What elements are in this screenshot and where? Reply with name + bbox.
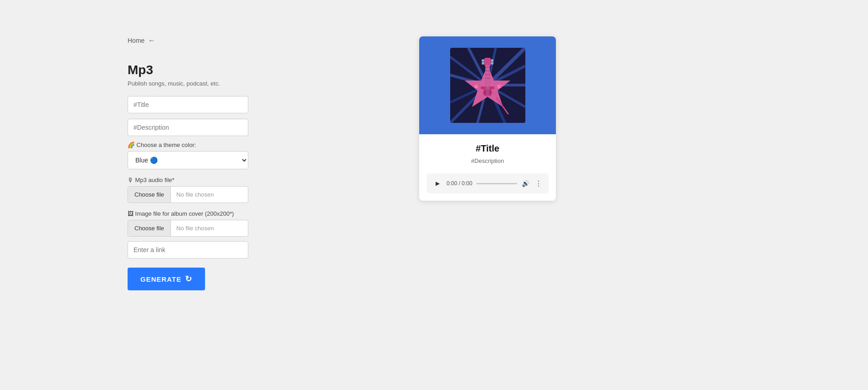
play-button[interactable]: ▶: [432, 178, 443, 189]
mp3-choose-button[interactable]: Choose file: [128, 187, 171, 203]
image-label: 🖼 Image file for album cover (200x200*): [128, 210, 392, 217]
volume-button[interactable]: 🔊: [521, 180, 530, 187]
title-group: [128, 96, 392, 113]
mp3-no-file-label: No file chosen: [171, 187, 248, 203]
preview-banner: [419, 36, 556, 134]
theme-select[interactable]: Blue 🔵: [128, 151, 248, 169]
link-input[interactable]: [128, 241, 248, 258]
title-input[interactable]: [128, 96, 248, 113]
image-no-file-label: No file chosen: [171, 220, 248, 236]
more-icon: ⋮: [535, 180, 542, 187]
page-title: Mp3: [128, 63, 392, 77]
theme-label: 🌈 Choose a theme color:: [128, 142, 392, 148]
time-display: 0:00 / 0:00: [447, 180, 473, 187]
left-panel: Home ← Mp3 Publish songs, music, podcast…: [128, 36, 392, 290]
breadcrumb-home[interactable]: Home: [128, 37, 144, 44]
generate-label: GENERATE: [140, 275, 181, 283]
preview-description: #Description: [426, 157, 549, 164]
preview-content: #Title #Description ▶ 0:00 / 0:00 🔊 ⋮: [419, 134, 556, 201]
progress-bar[interactable]: [476, 183, 517, 184]
mp3-file-input-wrapper: Choose file No file chosen: [128, 186, 248, 203]
breadcrumb: Home ←: [128, 36, 392, 45]
volume-icon: 🔊: [522, 180, 529, 187]
preview-title: #Title: [426, 143, 549, 154]
preview-card: #Title #Description ▶ 0:00 / 0:00 🔊 ⋮: [419, 36, 556, 201]
audio-player: ▶ 0:00 / 0:00 🔊 ⋮: [426, 173, 549, 193]
right-panel: #Title #Description ▶ 0:00 / 0:00 🔊 ⋮: [419, 36, 556, 201]
image-choose-button[interactable]: Choose file: [128, 220, 171, 236]
guitar-svg: [450, 48, 525, 123]
description-group: [128, 119, 392, 136]
svg-point-22: [491, 59, 493, 62]
breadcrumb-arrow: ←: [148, 36, 155, 45]
mp3-label: 🎙 Mp3 audio file*: [128, 177, 392, 183]
generate-button[interactable]: GENERATE ↻: [128, 268, 205, 290]
page-subtitle: Publish songs, music, podcast, etc.: [128, 80, 392, 87]
svg-point-21: [482, 62, 484, 65]
image-file-input-wrapper: Choose file No file chosen: [128, 220, 248, 237]
mp3-group: 🎙 Mp3 audio file* Choose file No file ch…: [128, 177, 392, 203]
svg-point-20: [482, 59, 484, 62]
svg-point-32: [497, 85, 501, 88]
svg-point-31: [474, 85, 478, 88]
more-button[interactable]: ⋮: [534, 179, 543, 188]
theme-group: 🌈 Choose a theme color: Blue 🔵: [128, 142, 392, 169]
svg-rect-19: [484, 58, 491, 66]
play-icon: ▶: [436, 180, 440, 187]
description-input[interactable]: [128, 119, 248, 136]
preview-album-art: [450, 48, 525, 123]
svg-point-23: [491, 62, 493, 65]
refresh-icon: ↻: [185, 274, 192, 284]
image-group: 🖼 Image file for album cover (200x200*) …: [128, 210, 392, 258]
